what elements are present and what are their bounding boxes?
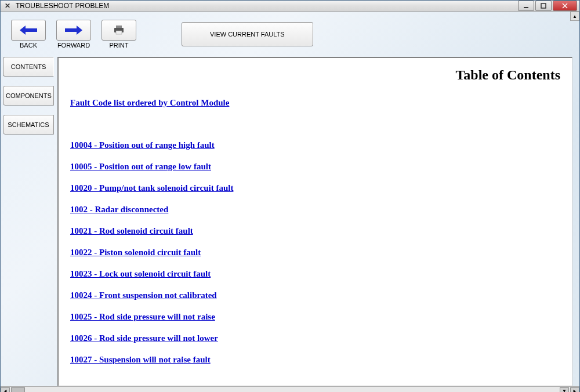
window-title: TROUBLESHOOT PROBLEM bbox=[16, 2, 517, 10]
scroll-right-arrow[interactable]: ► bbox=[570, 387, 579, 393]
arrow-right-icon bbox=[56, 20, 91, 41]
fault-link[interactable]: 10022 - Piston solenoid circuit fault bbox=[70, 248, 560, 257]
forward-label: FORWARD bbox=[57, 42, 90, 49]
toolbar: BACK FORWARD PRINT VIEW CURRENT FAU bbox=[1, 12, 579, 57]
arrow-left-icon bbox=[11, 20, 46, 41]
tab-components[interactable]: COMPONENTS bbox=[3, 86, 54, 106]
fault-link[interactable]: 10021 - Rod solenoid circuit fault bbox=[70, 226, 560, 236]
fault-link[interactable]: 10020 - Pump/not tank solenoid circuit f… bbox=[70, 183, 560, 193]
fault-link[interactable]: 10026 - Rod side pressure will not lower bbox=[70, 333, 560, 343]
minimize-button[interactable] bbox=[518, 1, 534, 11]
fault-link[interactable]: 10027 - Suspension will not raise fault bbox=[70, 355, 560, 365]
view-current-faults-button[interactable]: VIEW CURRENT FAULTS bbox=[182, 22, 313, 46]
svg-rect-1 bbox=[541, 3, 546, 8]
back-label: BACK bbox=[20, 42, 37, 49]
main-body: ▲ BACK FORWARD bbox=[1, 12, 579, 392]
fault-link[interactable]: 10005 - Position out of range low fault bbox=[70, 162, 560, 172]
app-icon: ✕ bbox=[3, 1, 12, 10]
printer-icon bbox=[102, 20, 136, 41]
content-panel: Table of Contents Fault Code list ordere… bbox=[57, 57, 572, 386]
tab-schematics[interactable]: SCHEMATICS bbox=[3, 115, 54, 135]
tabs-column: CONTENTS COMPONENTS SCHEMATICS bbox=[3, 57, 54, 386]
scroll-left-arrow[interactable]: ◄ bbox=[1, 387, 10, 393]
window-controls bbox=[517, 1, 577, 11]
content-area: CONTENTS COMPONENTS SCHEMATICS Table of … bbox=[1, 57, 579, 386]
back-button[interactable]: BACK bbox=[11, 20, 46, 49]
tab-contents[interactable]: CONTENTS bbox=[3, 57, 54, 77]
horizontal-scrollbar[interactable]: ◄ ▼ ► bbox=[1, 386, 579, 392]
scroll-down-arrow[interactable]: ▼ bbox=[560, 387, 569, 393]
print-button[interactable]: PRINT bbox=[102, 20, 136, 49]
fault-link[interactable]: 10025 - Rod side pressure will not raise bbox=[70, 312, 560, 322]
fault-link[interactable]: 1002 - Radar disconnected bbox=[70, 205, 560, 215]
forward-button[interactable]: FORWARD bbox=[56, 20, 91, 49]
svg-rect-4 bbox=[116, 31, 122, 34]
window-frame: ✕ TROUBLESHOOT PROBLEM ▲ BACK bbox=[0, 0, 580, 392]
svg-rect-0 bbox=[524, 7, 528, 8]
fault-link[interactable]: 10004 - Position out of range high fault bbox=[70, 140, 560, 150]
scroll-thumb[interactable] bbox=[11, 387, 25, 393]
page-title: Table of Contents bbox=[70, 67, 560, 83]
scroll-up-arrow[interactable]: ▲ bbox=[570, 12, 579, 21]
fault-link[interactable]: 10024 - Front suspension not calibrated bbox=[70, 291, 560, 300]
titlebar: ✕ TROUBLESHOOT PROBLEM bbox=[1, 1, 579, 12]
svg-rect-2 bbox=[116, 26, 122, 28]
fault-link[interactable]: 10023 - Lock out solenoid circuit fault bbox=[70, 269, 560, 279]
maximize-button[interactable] bbox=[535, 1, 552, 11]
close-button[interactable] bbox=[553, 1, 577, 11]
print-label: PRINT bbox=[110, 42, 129, 49]
fault-code-list-link[interactable]: Fault Code list ordered by Control Modul… bbox=[70, 98, 560, 108]
